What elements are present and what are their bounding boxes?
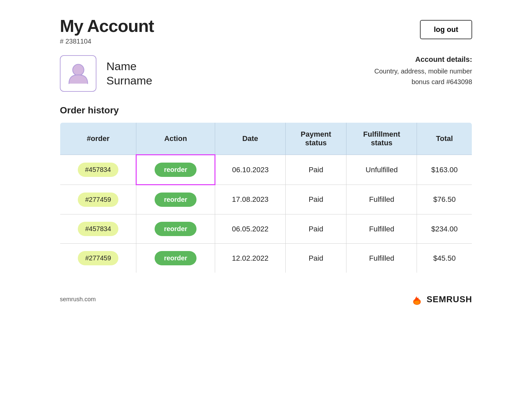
total-cell: $163.00 bbox=[417, 155, 472, 185]
col-payment-status: Paymentstatus bbox=[285, 123, 346, 155]
action-cell[interactable]: reorder bbox=[136, 214, 215, 244]
total-cell: $234.00 bbox=[417, 214, 472, 244]
reorder-button[interactable]: reorder bbox=[155, 193, 197, 207]
reorder-button[interactable]: reorder bbox=[155, 251, 197, 265]
avatar-icon bbox=[66, 61, 91, 86]
total-cell: $45.50 bbox=[417, 244, 472, 273]
order-number-badge: #457834 bbox=[78, 163, 118, 177]
table-header-row: #order Action Date Paymentstatus Fulfill… bbox=[60, 123, 472, 155]
fulfillment-status-cell: Fulfilled bbox=[346, 185, 417, 214]
date-cell: 17.08.2023 bbox=[215, 185, 286, 214]
fulfillment-status-cell: Fulfilled bbox=[346, 244, 417, 273]
action-cell[interactable]: reorder bbox=[136, 244, 215, 273]
footer: semrush.com SEMRUSH bbox=[60, 290, 472, 306]
order-number-badge: #277459 bbox=[78, 251, 118, 265]
table-header: #order Action Date Paymentstatus Fulfill… bbox=[60, 123, 472, 155]
reorder-button[interactable]: reorder bbox=[155, 163, 197, 177]
reorder-button[interactable]: reorder bbox=[155, 222, 197, 236]
logout-button[interactable]: log out bbox=[420, 20, 472, 39]
table-row: #277459reorder17.08.2023PaidFulfilled$76… bbox=[60, 185, 472, 214]
table-row: #457834reorder06.05.2022PaidFulfilled$23… bbox=[60, 214, 472, 244]
table-row: #277459reorder12.02.2022PaidFulfilled$45… bbox=[60, 244, 472, 273]
profile-surname: Surname bbox=[106, 74, 152, 87]
fulfillment-status-cell: Fulfilled bbox=[346, 214, 417, 244]
table-row: #457834reorder06.10.2023PaidUnfulfilled$… bbox=[60, 155, 472, 185]
payment-status-cell: Paid bbox=[285, 244, 346, 273]
page-title: My Account bbox=[60, 17, 154, 36]
profile-left: Name Surname bbox=[60, 55, 152, 92]
header-left: My Account # 2381104 bbox=[60, 17, 154, 45]
payment-status-cell: Paid bbox=[285, 214, 346, 244]
order-number-badge: #457834 bbox=[78, 222, 118, 236]
payment-status-cell: Paid bbox=[285, 185, 346, 214]
account-details-info: Country, address, mobile number bonus ca… bbox=[374, 66, 472, 87]
header: My Account # 2381104 log out bbox=[60, 17, 472, 45]
date-cell: 06.10.2023 bbox=[215, 155, 286, 185]
account-details: Account details: Country, address, mobil… bbox=[374, 55, 472, 87]
col-fulfillment-status: Fulfillmentstatus bbox=[346, 123, 417, 155]
action-cell[interactable]: reorder bbox=[136, 155, 215, 185]
total-cell: $76.50 bbox=[417, 185, 472, 214]
account-details-line2: bonus card #643098 bbox=[412, 78, 472, 85]
profile-name-block: Name Surname bbox=[106, 60, 152, 87]
order-table: #order Action Date Paymentstatus Fulfill… bbox=[60, 122, 472, 273]
account-id: # 2381104 bbox=[60, 38, 154, 45]
order-number-cell: #457834 bbox=[60, 155, 136, 185]
profile-section: Name Surname Account details: Country, a… bbox=[60, 55, 472, 92]
date-cell: 06.05.2022 bbox=[215, 214, 286, 244]
action-cell[interactable]: reorder bbox=[136, 185, 215, 214]
semrush-logo: SEMRUSH bbox=[411, 293, 472, 306]
order-number-cell: #277459 bbox=[60, 185, 136, 214]
account-details-title: Account details: bbox=[374, 55, 472, 64]
avatar bbox=[60, 55, 96, 92]
col-date: Date bbox=[215, 123, 286, 155]
footer-domain: semrush.com bbox=[60, 296, 96, 303]
order-number-cell: #277459 bbox=[60, 244, 136, 273]
order-history-title: Order history bbox=[60, 105, 472, 116]
table-body: #457834reorder06.10.2023PaidUnfulfilled$… bbox=[60, 155, 472, 273]
account-details-line1: Country, address, mobile number bbox=[374, 67, 472, 75]
col-order: #order bbox=[60, 123, 136, 155]
svg-point-2 bbox=[414, 301, 419, 304]
order-history-section: Order history #order Action Date Payment… bbox=[60, 105, 472, 273]
payment-status-cell: Paid bbox=[285, 155, 346, 185]
col-action: Action bbox=[136, 123, 215, 155]
svg-point-0 bbox=[72, 64, 84, 75]
col-total: Total bbox=[417, 123, 472, 155]
semrush-logo-text: SEMRUSH bbox=[427, 294, 472, 305]
semrush-flame-icon bbox=[411, 293, 423, 306]
date-cell: 12.02.2022 bbox=[215, 244, 286, 273]
order-number-badge: #277459 bbox=[78, 193, 118, 207]
profile-name: Name bbox=[106, 60, 152, 73]
fulfillment-status-cell: Unfulfilled bbox=[346, 155, 417, 185]
order-number-cell: #457834 bbox=[60, 214, 136, 244]
